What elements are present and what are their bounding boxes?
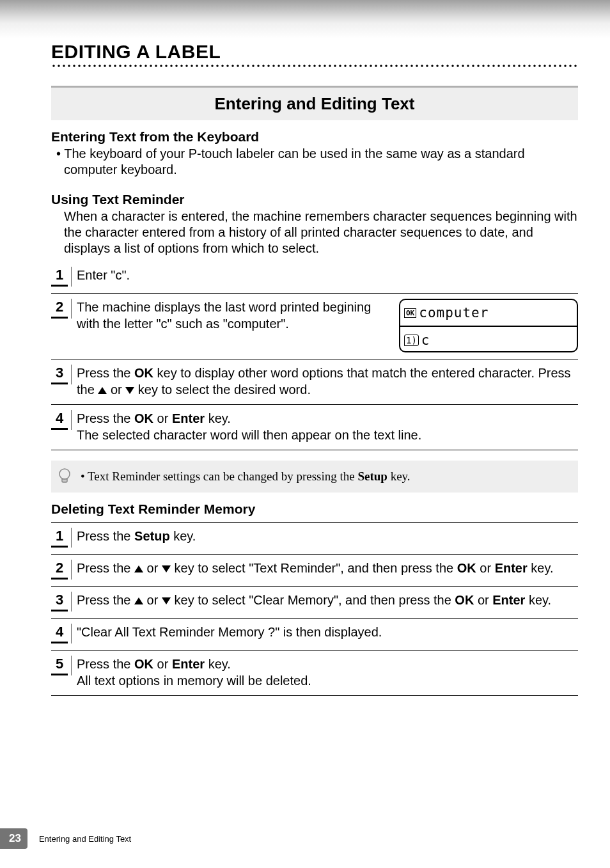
dotted-divider [51, 64, 578, 68]
key-name: Enter [495, 561, 528, 575]
text-fragment: Press the [77, 529, 134, 543]
step-number: 2 [51, 560, 68, 580]
step-row: 2 Press the or key to select "Text Remin… [51, 555, 578, 587]
text-fragment: or [474, 593, 492, 607]
page-number-tab: 23 [0, 828, 27, 849]
text-fragment: key to select the desired word. [134, 383, 311, 397]
key-name: Enter [492, 593, 525, 607]
step-list-a: 1 Enter "c". 2 The machine displays the … [51, 262, 578, 450]
up-arrow-icon [134, 565, 143, 572]
key-name: Enter [172, 411, 205, 425]
text-fragment: The selected character word will then ap… [77, 428, 421, 442]
ok-badge-icon: OK [404, 308, 416, 318]
text-fragment: key to select "Clear Memory", and then p… [171, 593, 455, 607]
text-fragment: or [153, 411, 172, 425]
down-arrow-icon [162, 597, 171, 604]
step-row: 1 Press the Setup key. [51, 523, 578, 555]
step-row: 4 "Clear All Text Reminder Memory ?" is … [51, 619, 578, 651]
step-text: Enter "c". [77, 267, 578, 283]
svg-point-0 [59, 469, 70, 479]
step-row: 1 Enter "c". [51, 262, 578, 294]
down-arrow-icon [125, 387, 134, 394]
step-number: 2 [51, 299, 68, 319]
text-fragment: Press the [77, 561, 134, 575]
step-list-b: 1 Press the Setup key. 2 Press the or ke… [51, 522, 578, 696]
step-number: 3 [51, 365, 68, 384]
lcd-text-line2: c [421, 333, 430, 348]
text-fragment: key. [205, 657, 231, 671]
paragraph: • The keyboard of your P-touch labeler c… [51, 146, 578, 178]
note-callout: • Text Reminder settings can be changed … [51, 461, 578, 493]
note-text: • Text Reminder settings can be changed … [81, 470, 411, 484]
step-text: "Clear All Text Reminder Memory ?" is th… [77, 624, 578, 640]
lcd-display: OK computer 1) c [399, 299, 578, 352]
down-arrow-icon [162, 565, 171, 572]
lcd-text-line1: computer [419, 305, 489, 320]
text-fragment: Press the [77, 411, 134, 425]
step-row: 3 Press the OK key to display other word… [51, 359, 578, 405]
step-row: 5 Press the OK or Enter key. All text op… [51, 651, 578, 696]
key-name: OK [134, 657, 153, 671]
text-fragment: or [153, 657, 172, 671]
text-fragment: or [476, 561, 495, 575]
text-fragment: or [107, 383, 125, 397]
key-name: OK [457, 561, 476, 575]
key-name: OK [455, 593, 474, 607]
subheading-deleting-memory: Deleting Text Reminder Memory [51, 501, 578, 517]
step-number: 3 [51, 592, 68, 612]
section-header-bar: Entering and Editing Text [51, 86, 578, 120]
step-row: 3 Press the or key to select "Clear Memo… [51, 587, 578, 619]
step-text: Press the OK key to display other word o… [77, 365, 578, 398]
step-text: The machine displays the last word print… [77, 299, 384, 332]
section-title: Entering and Editing Text [51, 94, 578, 114]
line-indicator-icon: 1) [404, 335, 419, 347]
footer-text: Entering and Editing Text [39, 834, 131, 844]
up-arrow-icon [134, 597, 143, 604]
step-number: 4 [51, 624, 68, 643]
step-text: Press the OK or Enter key. All text opti… [77, 656, 578, 689]
text-fragment: Press the [77, 366, 134, 380]
text-fragment: Press the [77, 657, 134, 671]
text-fragment: key. [387, 470, 411, 483]
text-fragment: key. [528, 561, 554, 575]
up-arrow-icon [98, 387, 107, 394]
step-text: Press the OK or Enter key. The selected … [77, 410, 578, 443]
step-text: Press the or key to select "Clear Memory… [77, 592, 578, 608]
text-fragment: key. [205, 411, 231, 425]
step-row: 4 Press the OK or Enter key. The selecte… [51, 405, 578, 450]
text-fragment: key. [525, 593, 551, 607]
step-text: Press the Setup key. [77, 528, 578, 544]
chapter-title: EDITING A LABEL [51, 41, 578, 63]
step-number: 1 [51, 528, 68, 548]
step-number: 1 [51, 267, 68, 287]
text-fragment: All text options in memory will be delet… [77, 674, 311, 688]
key-name: Setup [134, 529, 170, 543]
step-number: 5 [51, 656, 68, 675]
lightbulb-icon [58, 468, 72, 485]
subheading-text-reminder: Using Text Reminder [51, 192, 578, 207]
step-row: 2 The machine displays the last word pri… [51, 294, 578, 359]
paragraph: When a character is entered, the machine… [51, 209, 578, 256]
key-name: Setup [357, 470, 387, 483]
text-fragment: • Text Reminder settings can be changed … [81, 470, 357, 483]
text-fragment: or [143, 561, 162, 575]
key-name: OK [134, 411, 153, 425]
subheading-entering-text: Entering Text from the Keyboard [51, 129, 578, 145]
step-number: 4 [51, 410, 68, 430]
step-text: Press the or key to select "Text Reminde… [77, 560, 578, 576]
key-name: Enter [172, 657, 205, 671]
text-fragment: key to select "Text Reminder", and then … [171, 561, 457, 575]
text-fragment: or [143, 593, 162, 607]
page-footer: 23 Entering and Editing Text [0, 828, 131, 849]
key-name: OK [134, 366, 153, 380]
text-fragment: key. [170, 529, 196, 543]
text-fragment: Press the [77, 593, 134, 607]
top-banner-gradient [0, 0, 610, 38]
